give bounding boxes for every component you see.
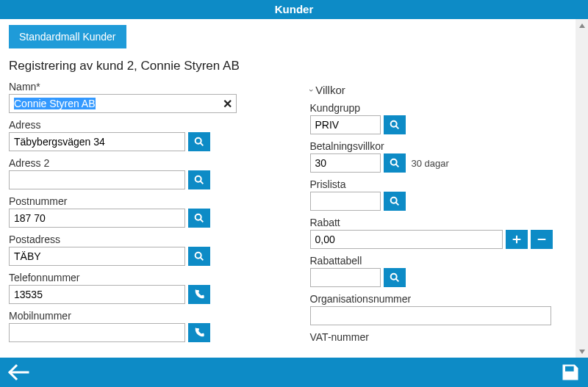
label-mobil: Mobilnummer [9, 310, 266, 322]
search-icon [193, 174, 205, 186]
svg-marker-19 [579, 23, 585, 28]
svg-point-10 [390, 159, 396, 165]
svg-point-2 [196, 176, 201, 182]
label-kundgrupp: Kundgrupp [310, 102, 567, 114]
label-rabatt: Rabatt [310, 217, 567, 228]
field-orgnr: Organisationsnummer [310, 293, 567, 325]
svg-rect-22 [570, 367, 572, 371]
search-icon [389, 157, 401, 169]
search-icon [389, 272, 401, 283]
field-vat: VAT-nummer [310, 331, 567, 343]
telefon-input[interactable] [9, 285, 185, 304]
search-icon [389, 195, 401, 207]
search-icon [389, 119, 401, 131]
adress-search-button[interactable] [188, 132, 210, 151]
label-namn: Namn* [9, 81, 266, 93]
rabattabell-input[interactable] [310, 268, 381, 287]
adress2-search-button[interactable] [188, 170, 210, 189]
betalning-description: 30 dagar [412, 158, 449, 169]
scroll-down-icon[interactable] [576, 345, 588, 358]
svg-point-12 [390, 198, 396, 203]
svg-line-13 [395, 203, 398, 206]
villkor-title: Villkor [315, 84, 345, 96]
label-adress: Adress [9, 119, 266, 131]
namn-input[interactable]: Connie Styren AB [9, 94, 237, 113]
telefon-call-button[interactable] [188, 285, 210, 304]
mobil-input[interactable] [9, 323, 185, 342]
svg-line-7 [201, 258, 204, 261]
svg-point-17 [390, 274, 396, 280]
kundgrupp-search-button[interactable] [384, 115, 406, 134]
mobil-call-button[interactable] [188, 323, 210, 342]
scroll-up-icon[interactable] [576, 19, 588, 32]
label-postadress: Postadress [9, 234, 266, 245]
template-tab[interactable]: Standardmall Kunder [9, 25, 126, 48]
right-column: › Villkor Kundgrupp Betalningsvillkor [310, 81, 567, 349]
svg-point-0 [196, 138, 201, 144]
search-icon [193, 212, 205, 224]
field-telefon: Telefonnummer [9, 272, 266, 304]
field-kundgrupp: Kundgrupp [310, 102, 567, 134]
svg-marker-20 [579, 350, 585, 354]
label-orgnr: Organisationsnummer [310, 293, 567, 305]
save-icon [560, 362, 581, 383]
close-icon: ✕ [223, 98, 232, 110]
vertical-scrollbar[interactable] [576, 19, 588, 358]
label-betalning: Betalningsvillkor [310, 140, 567, 152]
namn-input-wrapper: Connie Styren AB ✕ [9, 94, 237, 113]
postnummer-search-button[interactable] [188, 209, 210, 228]
plus-icon [511, 234, 523, 245]
betalning-input[interactable] [310, 153, 381, 173]
left-column: Namn* Connie Styren AB ✕ Adress [9, 81, 266, 349]
orgnr-input[interactable] [310, 306, 551, 325]
content: Standardmall Kunder Registrering av kund… [0, 19, 576, 358]
adress2-input[interactable] [9, 170, 185, 189]
field-postadress: Postadress [9, 234, 266, 266]
postnummer-input[interactable] [9, 209, 185, 228]
app-header: Kunder [0, 0, 588, 19]
prislista-input[interactable] [310, 192, 381, 211]
footer-bar [0, 358, 588, 387]
label-rabattabell: Rabattabell [310, 255, 567, 267]
chevron-right-icon: › [306, 89, 315, 92]
phone-icon [193, 289, 205, 300]
back-button[interactable] [7, 363, 29, 382]
rabatt-plus-button[interactable] [506, 230, 528, 249]
adress-input[interactable] [9, 132, 185, 151]
page-title: Registrering av kund 2, Connie Styren AB [9, 59, 567, 73]
search-icon [193, 136, 205, 148]
rabattabell-search-button[interactable] [384, 268, 406, 287]
svg-line-9 [395, 126, 398, 129]
label-postnummer: Postnummer [9, 195, 266, 207]
rabatt-input[interactable] [310, 230, 503, 249]
postadress-search-button[interactable] [188, 247, 210, 266]
rabatt-minus-button[interactable] [531, 230, 553, 249]
svg-point-6 [196, 253, 201, 258]
field-prislista: Prislista [310, 178, 567, 211]
save-button[interactable] [560, 362, 581, 383]
arrow-left-icon [7, 363, 29, 382]
form-columns: Namn* Connie Styren AB ✕ Adress [9, 81, 567, 349]
label-prislista: Prislista [310, 178, 567, 190]
postadress-input[interactable] [9, 247, 185, 266]
svg-line-5 [201, 220, 204, 223]
prislista-search-button[interactable] [384, 192, 406, 211]
field-postnummer: Postnummer [9, 195, 266, 228]
field-adress: Adress [9, 119, 266, 151]
clear-namn-button[interactable]: ✕ [223, 97, 232, 111]
kundgrupp-input[interactable] [310, 115, 381, 134]
phone-icon [193, 327, 205, 339]
betalning-search-button[interactable] [384, 153, 406, 173]
field-adress2: Adress 2 [9, 157, 266, 189]
label-vat: VAT-nummer [310, 331, 567, 343]
label-adress2: Adress 2 [9, 157, 266, 169]
content-wrap: Standardmall Kunder Registrering av kund… [0, 19, 588, 358]
villkor-section-header[interactable]: › Villkor [310, 84, 567, 96]
field-rabattabell: Rabattabell [310, 255, 567, 287]
svg-point-4 [196, 214, 201, 220]
svg-line-1 [201, 143, 204, 146]
svg-point-8 [390, 121, 396, 127]
search-icon [193, 250, 205, 262]
field-namn: Namn* Connie Styren AB ✕ [9, 81, 266, 113]
field-mobil: Mobilnummer [9, 310, 266, 342]
